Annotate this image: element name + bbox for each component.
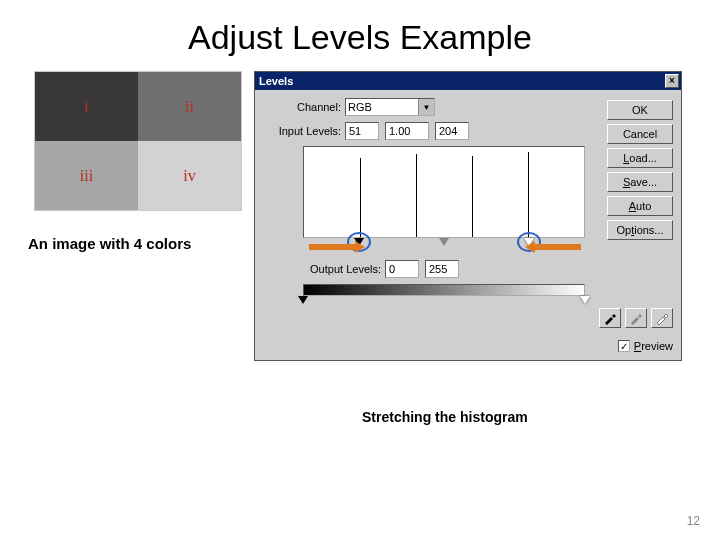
auto-button[interactable]: Auto: [607, 196, 673, 216]
input-gamma-field[interactable]: 1.00: [385, 122, 429, 140]
preview-label: Preview: [634, 340, 673, 352]
output-black-field[interactable]: 0: [385, 260, 419, 278]
levels-dialog: Levels × Channel: RGB ▼ Input Levels: 51…: [254, 71, 682, 361]
caption-image: An image with 4 colors: [28, 235, 191, 252]
eyedropper-gray-icon[interactable]: [625, 308, 647, 328]
input-black-field[interactable]: 51: [345, 122, 379, 140]
preview-checkbox[interactable]: ✓: [618, 340, 630, 352]
button-column: OK Cancel Load... Save... Auto Options..…: [607, 100, 673, 244]
quadrant-ii: ii: [138, 72, 241, 141]
load-button[interactable]: Load...: [607, 148, 673, 168]
output-gradient: [303, 284, 585, 296]
dialog-title-text: Levels: [259, 75, 293, 87]
dialog-titlebar: Levels ×: [255, 72, 681, 90]
output-black-slider[interactable]: [298, 296, 308, 304]
channel-value: RGB: [348, 101, 372, 113]
output-white-field[interactable]: 255: [425, 260, 459, 278]
four-color-image: i ii iii iv: [34, 71, 242, 211]
input-gamma-slider[interactable]: [439, 238, 449, 246]
histogram: [303, 146, 585, 238]
eyedropper-row: [599, 308, 673, 328]
channel-label: Channel:: [263, 101, 341, 113]
slide-title: Adjust Levels Example: [0, 18, 720, 57]
caption-histogram: Stretching the histogram: [362, 409, 528, 425]
output-slider-track[interactable]: [303, 296, 585, 308]
close-button[interactable]: ×: [665, 74, 679, 88]
eyedropper-black-icon[interactable]: [599, 308, 621, 328]
channel-select[interactable]: RGB ▼: [345, 98, 435, 116]
quadrant-iii: iii: [35, 141, 138, 210]
annotation-arrow-left: [533, 244, 581, 250]
output-levels-label: Output Levels:: [263, 263, 381, 275]
input-slider-track[interactable]: [303, 238, 585, 250]
input-white-slider[interactable]: [524, 238, 534, 246]
options-button[interactable]: Options...: [607, 220, 673, 240]
eyedropper-white-icon[interactable]: [651, 308, 673, 328]
ok-button[interactable]: OK: [607, 100, 673, 120]
cancel-button[interactable]: Cancel: [607, 124, 673, 144]
quadrant-i: i: [35, 72, 138, 141]
input-white-field[interactable]: 204: [435, 122, 469, 140]
quadrant-iv: iv: [138, 141, 241, 210]
input-levels-label: Input Levels:: [263, 125, 341, 137]
page-number: 12: [687, 514, 700, 528]
chevron-down-icon: ▼: [418, 99, 434, 115]
input-black-slider[interactable]: [354, 238, 364, 246]
save-button[interactable]: Save...: [607, 172, 673, 192]
output-white-slider[interactable]: [580, 296, 590, 304]
annotation-arrow-right: [309, 244, 357, 250]
